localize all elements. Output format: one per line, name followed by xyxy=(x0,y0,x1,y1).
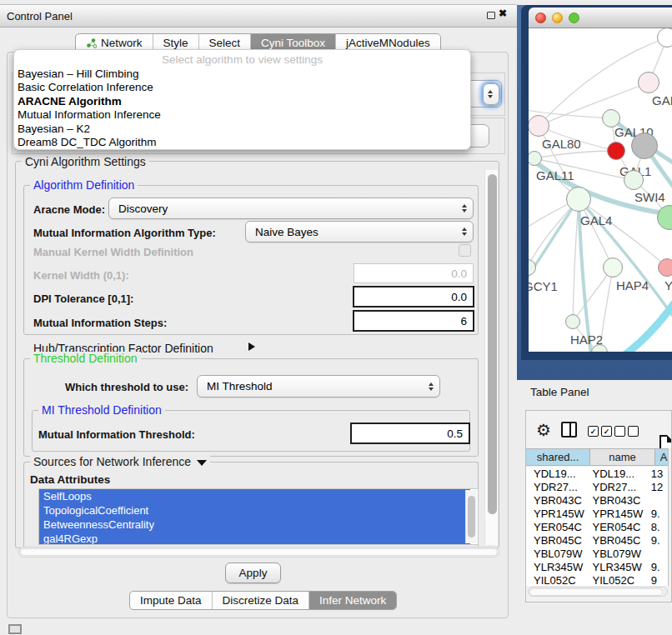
tab-infer-network[interactable]: Infer Network xyxy=(308,592,396,609)
chevron-updown-icon xyxy=(462,228,467,236)
table-cell: YBR045C xyxy=(588,534,650,547)
table-cell: YBL079W xyxy=(526,548,588,560)
select-all-checkboxes-icon[interactable]: ✓ ✓ xyxy=(588,426,612,437)
mi-algorithm-type-combobox[interactable]: Naive Bayes xyxy=(245,221,474,242)
which-threshold-combobox[interactable]: MI Threshold xyxy=(197,375,440,398)
kernel-width-field[interactable]: 0.0 xyxy=(354,263,474,283)
node[interactable] xyxy=(624,170,644,190)
table-hscrollbar[interactable] xyxy=(528,587,668,597)
attribute-item[interactable]: SelfLoops xyxy=(39,489,470,503)
table-row[interactable]: YBL079WYBL079W xyxy=(526,547,668,560)
settings-scrollbar-thumb[interactable] xyxy=(488,174,497,514)
algorithm-option[interactable]: Mutual Information Inference xyxy=(14,108,470,122)
deselect-all-checkboxes-icon[interactable] xyxy=(614,426,639,437)
combo-arrow-button[interactable] xyxy=(483,83,499,105)
algorithm-option[interactable]: Bayesian – Hill Climbing xyxy=(14,68,470,81)
node-gal[interactable] xyxy=(638,72,659,93)
threshold-definition-title: Threshold Definition xyxy=(30,352,141,365)
node-label: HAP4 xyxy=(616,278,649,292)
apply-button[interactable]: Apply xyxy=(225,562,281,583)
bottom-tabbar: Impute DataDiscretize DataInfer Network xyxy=(129,591,397,610)
unchecked-box-icon xyxy=(628,426,639,437)
mi-threshold-field[interactable]: 0.5 xyxy=(350,422,470,444)
table-row[interactable]: YDR27...YDR27...12 xyxy=(526,480,668,493)
column-header-name[interactable]: name xyxy=(590,449,655,465)
attributes-scrollbar[interactable] xyxy=(465,490,477,543)
cyni-settings-title: Cyni Algorithm Settings xyxy=(22,155,149,168)
chevron-updown-icon xyxy=(429,382,434,391)
node[interactable] xyxy=(657,28,672,48)
manual-kernel-checkbox[interactable] xyxy=(459,244,471,257)
aracne-mode-label: Aracne Mode: xyxy=(33,203,105,216)
algorithm-option[interactable]: Bayesian – K2 xyxy=(14,122,470,136)
node-hap2[interactable] xyxy=(565,314,580,329)
float-window-icon[interactable] xyxy=(487,12,495,19)
algorithm-option[interactable]: Basic Correlation Inference xyxy=(14,81,470,94)
node-gal80[interactable] xyxy=(529,115,549,137)
node-y[interactable] xyxy=(658,258,672,277)
aracne-mode-combobox[interactable]: Discovery xyxy=(108,198,474,219)
attribute-item[interactable]: TopologicalCoefficient xyxy=(39,503,470,518)
table-row[interactable]: YBR043CYBR043C xyxy=(526,493,668,507)
triangle-right-icon[interactable] xyxy=(248,342,255,351)
table-cell: YPR145W xyxy=(588,508,650,520)
table-cell: YBR045C xyxy=(526,534,588,547)
table-row[interactable]: YLR345WYLR345W9. xyxy=(526,560,668,573)
table-row[interactable]: YBR045CYBR045C9. xyxy=(526,533,668,547)
mi-steps-field[interactable]: 6 xyxy=(353,310,474,332)
node-label: GAL4 xyxy=(580,213,612,228)
settings-scrollbar[interactable] xyxy=(484,170,499,545)
network-tab-icon xyxy=(86,38,97,48)
node-gal1[interactable] xyxy=(607,142,625,160)
table-hscrollbar-thumb[interactable] xyxy=(529,588,663,596)
close-icon[interactable]: ✖ xyxy=(499,8,507,19)
triangle-down-icon[interactable] xyxy=(197,460,207,466)
which-threshold-label: Which threshold to use: xyxy=(65,381,188,393)
node-gal4[interactable] xyxy=(566,187,591,212)
attribute-item[interactable]: gal4RGexp xyxy=(39,532,470,545)
network-canvas[interactable]: GALGAL80GAL10GAL1GAL11SWI4GAL4GCY1HAP4YH… xyxy=(529,28,672,352)
sources-title[interactable]: Sources for Network Inference xyxy=(30,455,210,468)
algorithm-option[interactable]: Dream8 DC_TDC Algorithm xyxy=(14,136,470,149)
network-window-titlebar[interactable] xyxy=(529,8,672,28)
table-cell: YER054C xyxy=(526,521,588,533)
tab-label: jActiveMNodules xyxy=(346,37,430,49)
node[interactable] xyxy=(631,132,658,159)
table-cell: 9 xyxy=(651,574,668,587)
tab-impute-data[interactable]: Impute Data xyxy=(130,592,212,609)
window-minimize-button[interactable] xyxy=(552,12,563,23)
table-cell: 13 xyxy=(651,468,668,480)
which-threshold-value: MI Threshold xyxy=(207,380,273,392)
window-zoom-button[interactable] xyxy=(569,12,579,23)
mi-algorithm-type-label: Mutual Information Algorithm Type: xyxy=(33,227,216,239)
algorithm-dropdown: Select algorithm to view settings Bayesi… xyxy=(13,49,471,150)
chevron-updown-icon xyxy=(488,90,493,98)
window-close-button[interactable] xyxy=(535,12,546,23)
settings-hscrollbar-thumb[interactable] xyxy=(20,548,498,556)
attribute-item[interactable]: BetweennessCentrality xyxy=(39,518,470,532)
table-cell: YPR145W xyxy=(526,508,588,520)
tab-label: Cyni Toolbox xyxy=(261,37,325,49)
dpi-tolerance-label: DPI Tolerance [0,1]: xyxy=(33,292,133,305)
tab-discretize-data[interactable]: Discretize Data xyxy=(212,592,309,609)
table-row[interactable]: YIL052CYIL052C9 xyxy=(526,573,668,586)
table-cell: YDL19... xyxy=(588,468,650,480)
gear-icon[interactable]: ⚙ xyxy=(536,422,551,438)
node-hap4[interactable] xyxy=(603,258,623,278)
algorithm-option[interactable]: ARACNE Algorithm xyxy=(14,95,470,108)
column-header-shared-[interactable]: shared... xyxy=(526,449,590,465)
dock-panel-icon[interactable] xyxy=(8,624,22,634)
columns-icon[interactable] xyxy=(561,422,577,438)
node-label: Y xyxy=(664,278,672,292)
attributes-scrollbar-thumb[interactable] xyxy=(468,496,475,538)
table-vscrollbar[interactable] xyxy=(668,448,672,586)
table-body: YDL19...YDL19...13YDR27...YDR27...12YBR0… xyxy=(526,467,668,586)
table-row[interactable]: YDL19...YDL19...13 xyxy=(526,467,668,480)
table-cell: YBR043C xyxy=(526,494,588,507)
settings-hscrollbar[interactable] xyxy=(18,547,499,558)
table-row[interactable]: YER054CYER054C8. xyxy=(526,520,668,533)
tab-label: Impute Data xyxy=(140,594,202,607)
table-row[interactable]: YPR145WYPR145W9. xyxy=(526,507,668,520)
dpi-tolerance-field[interactable]: 0.0 xyxy=(353,286,474,308)
table-header: shared...nameA xyxy=(526,448,672,466)
